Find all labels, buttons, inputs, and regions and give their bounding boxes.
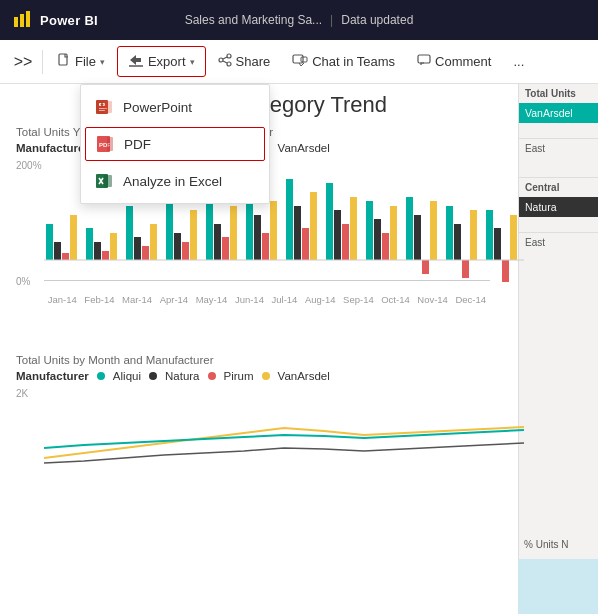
svg-rect-57 xyxy=(374,219,381,260)
export-button[interactable]: Export ▾ xyxy=(117,46,206,77)
nav-expand-button[interactable]: >> xyxy=(8,47,38,77)
svg-rect-61 xyxy=(414,215,421,260)
dropdown-item-pdf[interactable]: PDF PDF xyxy=(85,127,265,161)
right-panel-spacer2 xyxy=(519,158,598,178)
file-icon xyxy=(57,53,71,70)
more-button[interactable]: ... xyxy=(503,48,534,75)
share-label: Share xyxy=(236,54,271,69)
svg-rect-54 xyxy=(342,224,349,260)
dropdown-item-powerpoint[interactable]: PowerPoint xyxy=(81,89,269,125)
svg-point-15 xyxy=(101,103,104,106)
x-label-apr: Apr-14 xyxy=(160,294,189,305)
svg-rect-70 xyxy=(502,260,509,282)
chart2-legend-label-natura: Natura xyxy=(165,370,200,382)
excel-label: Analyze in Excel xyxy=(123,174,222,189)
right-panel-vanarsdel: VanArsdel xyxy=(519,103,598,123)
share-icon xyxy=(218,53,232,70)
svg-rect-12 xyxy=(418,55,430,63)
svg-rect-27 xyxy=(70,215,77,260)
chart2-legend-dot-aliqui xyxy=(97,372,105,380)
right-panel-spacer3 xyxy=(519,217,598,233)
powerpoint-label: PowerPoint xyxy=(123,100,192,115)
file-button[interactable]: File ▾ xyxy=(47,47,115,76)
chat-teams-icon xyxy=(292,53,308,70)
x-label-oct: Oct-14 xyxy=(381,294,410,305)
power-bi-icon xyxy=(12,9,34,31)
svg-rect-50 xyxy=(302,228,309,260)
export-chevron-icon: ▾ xyxy=(190,57,195,67)
svg-rect-39 xyxy=(190,210,197,260)
right-panel-east1: East xyxy=(519,139,598,158)
x-label-jun: Jun-14 xyxy=(235,294,264,305)
svg-rect-45 xyxy=(254,215,261,260)
svg-rect-36 xyxy=(166,197,173,260)
nav-expand-icon: >> xyxy=(14,53,33,71)
chart2-line-chart: 2K xyxy=(16,388,494,488)
svg-rect-64 xyxy=(446,206,453,260)
svg-rect-42 xyxy=(222,237,229,260)
top-bar: Power BI Sales and Marketing Sa... | Dat… xyxy=(0,0,598,40)
svg-rect-38 xyxy=(182,242,189,260)
chart2-section: Total Units by Month and Manufacturer Ma… xyxy=(0,354,510,488)
right-panel-spacer1 xyxy=(519,123,598,139)
svg-rect-1 xyxy=(20,14,24,27)
svg-rect-55 xyxy=(350,197,357,260)
svg-rect-37 xyxy=(174,233,181,260)
comment-button[interactable]: Comment xyxy=(407,47,501,76)
chart2-legend-dot-natura xyxy=(149,372,157,380)
svg-rect-53 xyxy=(334,210,341,260)
svg-rect-49 xyxy=(294,206,301,260)
svg-rect-62 xyxy=(422,260,429,274)
svg-rect-41 xyxy=(214,224,221,260)
chart2-legend-dot-vanarsdel xyxy=(262,372,270,380)
x-label-mar: Mar-14 xyxy=(122,294,152,305)
svg-rect-46 xyxy=(262,233,269,260)
chart2-svg xyxy=(44,393,524,468)
svg-rect-21 xyxy=(107,137,113,151)
svg-rect-67 xyxy=(470,210,477,260)
svg-point-5 xyxy=(227,54,231,58)
export-dropdown: PowerPoint PDF PDF xyxy=(80,84,270,204)
svg-rect-63 xyxy=(430,201,437,260)
power-bi-logo: Power BI xyxy=(12,9,98,31)
top-bar-center: Sales and Marketing Sa... | Data updated xyxy=(185,13,414,27)
x-label-jan: Jan-14 xyxy=(48,294,77,305)
svg-rect-71 xyxy=(510,215,517,260)
right-panel-chart-preview xyxy=(518,559,598,614)
top-bar-left: Power BI xyxy=(12,9,98,31)
svg-line-9 xyxy=(223,61,227,63)
svg-rect-34 xyxy=(142,246,149,260)
chart2-y-label: 2K xyxy=(16,388,28,399)
file-chevron-icon: ▾ xyxy=(100,57,105,67)
x-label-aug: Aug-14 xyxy=(305,294,336,305)
svg-rect-58 xyxy=(382,233,389,260)
more-icon: ... xyxy=(513,54,524,69)
report-name: Sales and Marketing Sa... xyxy=(185,13,322,27)
svg-rect-68 xyxy=(486,210,493,260)
x-label-sep: Sep-14 xyxy=(343,294,374,305)
dropdown-item-excel[interactable]: Analyze in Excel xyxy=(81,163,269,199)
x-label-jul: Jul-14 xyxy=(271,294,297,305)
svg-rect-66 xyxy=(462,260,469,278)
svg-rect-3 xyxy=(59,54,67,65)
right-panel-natura: Natura xyxy=(519,197,598,217)
svg-rect-56 xyxy=(366,201,373,260)
right-panel-total-units: Total Units xyxy=(519,84,598,103)
dropdown-menu: PowerPoint PDF PDF xyxy=(80,84,270,204)
excel-icon xyxy=(95,172,113,190)
pdf-icon: PDF xyxy=(96,135,114,153)
toolbar: >> File ▾ Export ▾ xyxy=(0,40,598,84)
svg-rect-51 xyxy=(310,192,317,260)
svg-rect-69 xyxy=(494,228,501,260)
svg-rect-0 xyxy=(14,17,18,27)
x-label-may: May-14 xyxy=(196,294,228,305)
svg-rect-23 xyxy=(104,175,112,187)
svg-rect-52 xyxy=(326,183,333,260)
chart2-section-title: Total Units by Month and Manufacturer xyxy=(16,354,494,366)
chat-teams-label: Chat in Teams xyxy=(312,54,395,69)
chat-teams-button[interactable]: Chat in Teams xyxy=(282,47,405,76)
svg-rect-65 xyxy=(454,224,461,260)
svg-rect-18 xyxy=(104,101,112,113)
svg-rect-35 xyxy=(150,224,157,260)
share-button[interactable]: Share xyxy=(208,47,281,76)
